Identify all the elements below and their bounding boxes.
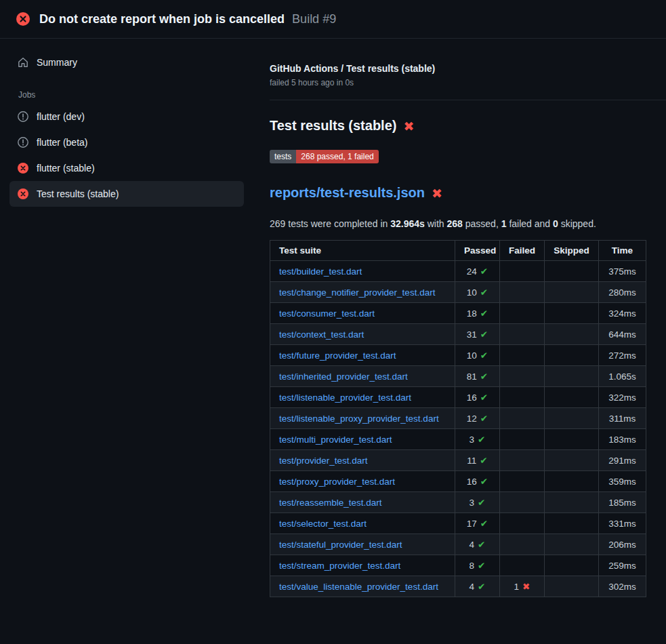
skipped-cell: [545, 534, 599, 555]
suite-cell: test/provider_test.dart: [270, 450, 455, 471]
suite-link[interactable]: test/change_notifier_provider_test.dart: [279, 287, 435, 298]
failed-cell: [500, 324, 545, 345]
suite-link[interactable]: test/inherited_provider_test.dart: [279, 371, 408, 382]
main-content: GitHub Actions / Test results (stable) f…: [251, 39, 666, 597]
passed-cell: 16✔: [455, 471, 500, 492]
time-cell: 359ms: [599, 471, 646, 492]
table-row: test/consumer_test.dart18✔324ms: [270, 303, 646, 324]
suite-link[interactable]: test/builder_test.dart: [279, 266, 362, 277]
check-icon: ✔: [480, 518, 488, 529]
passed-cell: 3✔: [455, 492, 500, 513]
time-cell: 183ms: [599, 429, 646, 450]
skipped-cell: [545, 324, 599, 345]
failed-cell: [500, 534, 545, 555]
passed-count: 16: [467, 477, 477, 487]
failed-cell: [500, 450, 545, 471]
time-cell: 291ms: [599, 450, 646, 471]
passed-cell: 81✔: [455, 366, 500, 387]
job-neutral-icon: [18, 137, 28, 148]
table-row: test/provider_test.dart11✔291ms: [270, 450, 646, 471]
summary-failed-count: 1: [501, 218, 507, 229]
table-row: test/reassemble_test.dart3✔185ms: [270, 492, 646, 513]
tests-badge: tests 268 passed, 1 failed: [270, 150, 379, 163]
table-row: test/proxy_provider_test.dart16✔359ms: [270, 471, 646, 492]
suite-link[interactable]: test/stream_provider_test.dart: [279, 561, 400, 571]
failed-cell: [500, 555, 545, 576]
suite-cell: test/proxy_provider_test.dart: [270, 471, 455, 492]
skipped-cell: [545, 492, 599, 513]
check-icon: ✔: [478, 497, 485, 508]
passed-cell: 11✔: [455, 450, 500, 471]
time-cell: 322ms: [599, 387, 646, 408]
failed-cell: [500, 387, 545, 408]
time-cell: 644ms: [599, 324, 646, 345]
failed-cell: [500, 366, 545, 387]
job-label: Test results (stable): [37, 188, 119, 199]
summary-mid3: failed and: [507, 218, 554, 229]
suite-link[interactable]: test/proxy_provider_test.dart: [279, 477, 395, 487]
table-header-row: Test suitePassedFailedSkippedTime: [270, 241, 646, 261]
skipped-cell: [545, 303, 599, 324]
sidebar-item-flutter-stable-[interactable]: flutter (stable): [9, 155, 244, 181]
failed-cell: [500, 492, 545, 513]
failed-cell: [500, 471, 545, 492]
sidebar-item-flutter-beta-[interactable]: flutter (beta): [9, 129, 244, 155]
sidebar-item-summary[interactable]: Summary: [9, 51, 244, 74]
table-row: test/context_test.dart31✔644ms: [270, 324, 646, 345]
passed-count: 17: [467, 519, 477, 529]
suite-link[interactable]: test/provider_test.dart: [279, 456, 368, 466]
passed-count: 31: [467, 329, 477, 340]
suite-cell: test/future_provider_test.dart: [270, 345, 455, 366]
job-neutral-icon: [18, 111, 28, 122]
suite-link[interactable]: test/stateful_provider_test.dart: [279, 540, 402, 550]
suite-cell: test/inherited_provider_test.dart: [270, 366, 455, 387]
suite-cell: test/consumer_test.dart: [270, 303, 455, 324]
suite-cell: test/listenable_proxy_provider_test.dart: [270, 408, 455, 429]
sidebar-item-test-results-stable-[interactable]: Test results (stable): [9, 181, 244, 207]
failed-cell: [500, 429, 545, 450]
table-row: test/builder_test.dart24✔375ms: [270, 261, 646, 282]
job-failed-icon: [18, 188, 28, 199]
passed-cell: 18✔: [455, 303, 500, 324]
column-header-failed: Failed: [500, 241, 545, 261]
table-row: test/stateful_provider_test.dart4✔206ms: [270, 534, 646, 555]
skipped-cell: [545, 408, 599, 429]
suite-link[interactable]: test/consumer_test.dart: [279, 308, 375, 319]
report-file-link[interactable]: reports/test-results.json: [270, 185, 425, 201]
check-icon: ✔: [480, 413, 488, 424]
run-title: Do not create report when job is cancell…: [39, 12, 285, 26]
cross-icon: ✖: [522, 581, 530, 592]
table-row: test/listenable_proxy_provider_test.dart…: [270, 408, 646, 429]
passed-count: 8: [470, 561, 475, 571]
passed-count: 4: [470, 582, 475, 592]
suite-link[interactable]: test/multi_provider_test.dart: [279, 435, 392, 445]
time-cell: 1.065s: [599, 366, 646, 387]
column-header-test-suite: Test suite: [270, 241, 455, 261]
suite-cell: test/value_listenable_provider_test.dart: [270, 576, 455, 597]
passed-count: 4: [470, 540, 475, 550]
passed-cell: 12✔: [455, 408, 500, 429]
time-cell: 185ms: [599, 492, 646, 513]
suite-link[interactable]: test/value_listenable_provider_test.dart: [279, 582, 438, 592]
passed-count: 10: [467, 287, 477, 298]
time-cell: 311ms: [599, 408, 646, 429]
check-icon: ✔: [480, 329, 488, 340]
sidebar-item-flutter-dev-[interactable]: flutter (dev): [9, 104, 244, 129]
summary-mid1: with: [425, 218, 447, 229]
suite-cell: test/stateful_provider_test.dart: [270, 534, 455, 555]
time-cell: 324ms: [599, 303, 646, 324]
summary-duration: 32.964s: [390, 218, 425, 229]
run-status-line: failed 5 hours ago in 0s: [270, 78, 646, 87]
suite-link[interactable]: test/reassemble_test.dart: [279, 498, 382, 508]
time-cell: 280ms: [599, 282, 646, 303]
suite-link[interactable]: test/context_test.dart: [279, 329, 364, 340]
suite-link[interactable]: test/listenable_proxy_provider_test.dart: [279, 414, 439, 424]
time-cell: 206ms: [599, 534, 646, 555]
suite-link[interactable]: test/future_provider_test.dart: [279, 350, 396, 361]
suite-cell: test/reassemble_test.dart: [270, 492, 455, 513]
suite-link[interactable]: test/listenable_provider_test.dart: [279, 393, 411, 403]
skipped-cell: [545, 471, 599, 492]
check-icon: ✔: [478, 560, 485, 571]
passed-cell: 8✔: [455, 555, 500, 576]
suite-link[interactable]: test/selector_test.dart: [279, 519, 367, 529]
